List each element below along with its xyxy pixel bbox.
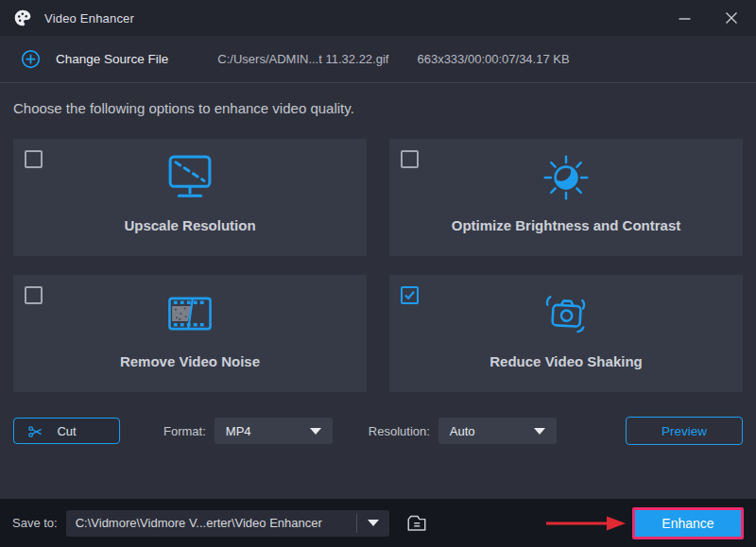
- options-grid: Upscale Resolution: [13, 139, 743, 392]
- minimize-button[interactable]: [673, 7, 696, 29]
- brightness-contrast-icon: [541, 150, 592, 205]
- option-label: Remove Video Noise: [120, 353, 260, 369]
- scissors-icon: [26, 423, 44, 440]
- chevron-down-icon: [534, 428, 545, 435]
- save-path-field[interactable]: C:\Vidmore\Vidmore V...erter\Video Enhan…: [66, 510, 389, 537]
- remove-noise-checkbox[interactable]: [25, 286, 43, 304]
- toolbar: Cut Format: MP4 Resolution: Auto Preview: [13, 417, 743, 445]
- option-card-upscale-resolution[interactable]: Upscale Resolution: [13, 139, 367, 256]
- option-label: Upscale Resolution: [124, 217, 255, 233]
- palette-icon: [13, 9, 32, 27]
- option-card-optimize-brightness[interactable]: Optimize Brightness and Contrast: [389, 139, 743, 256]
- save-to-label: Save to:: [12, 516, 58, 530]
- format-label: Format:: [163, 424, 206, 438]
- close-button[interactable]: [720, 7, 743, 29]
- checkmark-icon: [404, 290, 416, 300]
- option-label: Reduce Video Shaking: [490, 353, 642, 369]
- upscale-resolution-checkbox[interactable]: [25, 150, 43, 168]
- titlebar: Video Enhancer: [0, 0, 756, 36]
- folder-icon: [405, 513, 428, 533]
- change-source-file-button[interactable]: Change Source File: [56, 52, 168, 66]
- save-path-value: C:\Vidmore\Vidmore V...erter\Video Enhan…: [66, 516, 356, 530]
- instruction-text: Choose the following options to enhance …: [13, 100, 743, 116]
- reduce-shaking-checkbox[interactable]: [401, 286, 419, 304]
- format-select[interactable]: MP4: [215, 418, 333, 444]
- enhance-button[interactable]: Enhance: [632, 507, 744, 539]
- close-icon: [725, 11, 738, 25]
- source-bar: Change Source File C:/Users/ADMIN...t 11…: [0, 36, 756, 83]
- cut-button-label: Cut: [57, 424, 76, 438]
- source-file-info: 663x333/00:00:07/34.17 KB: [417, 52, 569, 66]
- chevron-down-icon: [310, 428, 321, 435]
- option-card-reduce-shaking[interactable]: Reduce Video Shaking: [389, 275, 743, 392]
- window-title: Video Enhancer: [44, 11, 134, 26]
- resolution-label: Resolution:: [369, 424, 430, 438]
- footer-bar: Save to: C:\Vidmore\Vidmore V...erter\Vi…: [0, 499, 756, 547]
- option-label: Optimize Brightness and Contrast: [452, 217, 681, 233]
- cut-button[interactable]: Cut: [13, 418, 120, 444]
- chevron-down-icon: [368, 520, 379, 526]
- monitor-upscale-icon: [163, 150, 217, 205]
- save-path-dropdown[interactable]: [357, 520, 389, 526]
- resolution-select[interactable]: Auto: [438, 418, 557, 444]
- add-source-icon: [21, 49, 41, 69]
- camera-shake-icon: [540, 286, 593, 341]
- minimize-icon: [679, 12, 691, 25]
- film-noise-icon: [163, 286, 216, 341]
- option-card-remove-noise[interactable]: Remove Video Noise: [13, 275, 367, 392]
- optimize-brightness-checkbox[interactable]: [401, 150, 419, 168]
- resolution-value: Auto: [450, 424, 534, 438]
- source-file-path: C:/Users/ADMIN...t 11.32.22.gif: [217, 52, 388, 66]
- preview-button[interactable]: Preview: [626, 417, 743, 445]
- format-value: MP4: [226, 424, 310, 438]
- annotation-arrow-icon: [544, 514, 627, 533]
- browse-folder-button[interactable]: [402, 511, 432, 536]
- main-panel: Choose the following options to enhance …: [0, 83, 756, 499]
